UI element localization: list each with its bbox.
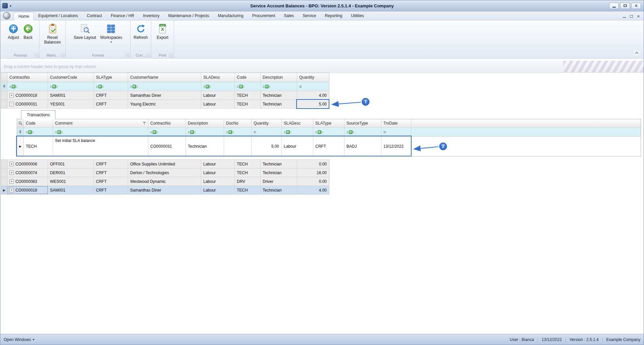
expand-button[interactable]: +: [9, 179, 14, 184]
docno-cell[interactable]: [224, 137, 252, 156]
filter-cell-description[interactable]: aBc: [186, 128, 224, 136]
tab-manufacturing[interactable]: Manufacturing: [214, 12, 248, 20]
customername-cell[interactable]: Samanthas Diner: [128, 186, 201, 194]
collapse-button[interactable]: −: [9, 102, 14, 106]
tab-utilities[interactable]: Utilities: [346, 12, 368, 20]
customercode-cell[interactable]: SAM001: [48, 186, 94, 194]
tab-finance-hr[interactable]: Finance / HR: [106, 12, 139, 20]
quantity-cell[interactable]: 4.00: [297, 186, 329, 194]
open-windows-button[interactable]: Open Windows ▾: [4, 337, 34, 342]
sladesc-cell[interactable]: Labour: [201, 91, 235, 99]
dialog-launcher-icon[interactable]: ↘: [35, 54, 38, 57]
filter-cell-sladesc[interactable]: aBc: [201, 82, 235, 91]
slatype-cell[interactable]: CRFT: [94, 91, 128, 99]
filter-funnel-icon[interactable]: [143, 122, 146, 125]
contract-row[interactable]: +CO0000074 DER001 CRFT Derton / Technolo…: [1, 168, 329, 177]
column-header-slatype[interactable]: SLAType: [94, 73, 128, 82]
text-filter-icon[interactable]: aBc: [226, 130, 234, 134]
filter-cell-comment[interactable]: aBc: [53, 128, 148, 136]
text-filter-icon[interactable]: aBc: [237, 85, 245, 88]
comment-cell[interactable]: Set initial SLA balance: [53, 137, 148, 156]
app-icon[interactable]: [2, 3, 8, 8]
filter-cell-quantity[interactable]: =: [297, 82, 329, 91]
quantity-cell-highlighted[interactable]: 5.00: [297, 100, 329, 108]
contract-row[interactable]: +CO0000018 SAM001 CRFT Samanthas Diner L…: [1, 91, 329, 100]
filter-cell-customercode[interactable]: aBc: [48, 82, 94, 91]
text-filter-icon[interactable]: aBc: [130, 85, 138, 88]
slatype-cell[interactable]: CRFT: [94, 186, 128, 194]
column-header-code[interactable]: Code: [235, 73, 261, 82]
column-header-quantity[interactable]: Quantity: [297, 73, 329, 82]
contractno-cell[interactable]: +CO0000018: [7, 91, 48, 99]
tab-maintenance-projects[interactable]: Maintenance / Projects: [164, 12, 214, 20]
export-button[interactable]: XLSX X Export: [155, 22, 170, 41]
contract-row-selected[interactable]: ▶ +CO0000018 SAM001 CRFT Samanthas Diner…: [1, 186, 329, 195]
filter-cell-sladesc[interactable]: aBc: [282, 128, 313, 136]
text-filter-icon[interactable]: aBc: [55, 130, 63, 134]
back-button[interactable]: Back: [21, 22, 35, 41]
column-header-slatype[interactable]: SLAType: [313, 119, 344, 127]
column-header-description[interactable]: Description: [261, 73, 297, 82]
description-cell[interactable]: Technician: [261, 186, 297, 194]
dialog-launcher-icon[interactable]: ↘: [61, 54, 64, 57]
customername-cell[interactable]: Derton / Technologies: [128, 168, 201, 177]
mdi-restore-button[interactable]: [630, 15, 633, 18]
filter-cell-trxdate[interactable]: =: [381, 128, 411, 136]
filter-cell-sourcetype[interactable]: aBc: [344, 128, 381, 136]
sladesc-cell[interactable]: Labour: [201, 186, 235, 194]
text-filter-icon[interactable]: aBc: [26, 130, 34, 134]
description-cell[interactable]: Driver: [261, 177, 297, 186]
description-cell[interactable]: Technician: [261, 160, 297, 168]
text-filter-icon[interactable]: aBc: [346, 130, 355, 134]
text-filter-icon[interactable]: aBc: [9, 85, 17, 88]
column-header-sladesc[interactable]: SLADesc: [282, 119, 313, 127]
sladesc-cell[interactable]: Labour: [282, 137, 313, 156]
description-cell[interactable]: Technician: [261, 168, 297, 177]
customercode-cell[interactable]: SAM001: [48, 91, 94, 99]
tab-sales[interactable]: Sales: [279, 12, 298, 20]
close-button[interactable]: ×: [631, 3, 641, 9]
equals-filter-icon[interactable]: =: [299, 84, 302, 89]
customercode-cell[interactable]: WES001: [48, 177, 94, 186]
filter-cell-quantity[interactable]: =: [252, 128, 282, 136]
filter-cell-contractno[interactable]: aBc: [7, 82, 48, 91]
expand-button[interactable]: +: [9, 93, 14, 97]
customername-cell[interactable]: Westwood Dynamic: [128, 177, 201, 186]
column-header-comment[interactable]: Comment: [53, 119, 148, 127]
tab-procurement[interactable]: Procurement: [248, 12, 280, 20]
text-filter-icon[interactable]: aBc: [50, 85, 58, 88]
description-cell[interactable]: Technician: [261, 91, 297, 99]
column-header-contractno[interactable]: ContractNo: [148, 119, 186, 127]
slatype-cell[interactable]: CRFT: [94, 168, 128, 177]
equals-filter-icon[interactable]: =: [383, 130, 386, 135]
minimize-button[interactable]: [609, 3, 619, 9]
text-filter-icon[interactable]: aBc: [315, 130, 323, 134]
expand-button[interactable]: +: [9, 188, 14, 192]
sladesc-cell[interactable]: Labour: [201, 177, 235, 186]
contractno-cell[interactable]: −CO0000031: [7, 100, 48, 108]
contract-row[interactable]: +CO0000083 WES001 CRFT Westwood Dynamic …: [1, 177, 329, 186]
quick-access-caret-icon[interactable]: ▾: [10, 4, 11, 8]
contractno-cell[interactable]: CO0000031: [148, 137, 186, 156]
dialog-launcher-icon[interactable]: ↘: [125, 54, 129, 57]
filter-cell-code[interactable]: aBc: [24, 128, 53, 136]
filter-cell-contractno[interactable]: aBc: [148, 128, 186, 136]
expand-button[interactable]: +: [9, 162, 14, 166]
bpo-logo-icon[interactable]: [3, 12, 10, 19]
quantity-cell[interactable]: 16.00: [297, 168, 329, 177]
tab-inventory[interactable]: Inventory: [139, 12, 164, 20]
slatype-cell[interactable]: CRFT: [94, 160, 128, 168]
column-header-description[interactable]: Description: [186, 119, 224, 127]
contract-row-expanded[interactable]: −CO0000031 YES001 CRFT Young Electric La…: [1, 100, 329, 109]
filter-cell-docno[interactable]: aBc: [224, 128, 252, 136]
collapse-ribbon-button[interactable]: [634, 50, 640, 56]
slatype-cell[interactable]: CRFT: [94, 177, 128, 186]
text-filter-icon[interactable]: aBc: [263, 85, 271, 88]
quantity-cell[interactable]: 4.00: [297, 91, 329, 99]
workspaces-button[interactable]: Workspaces ▾: [98, 22, 124, 44]
quantity-cell[interactable]: 0.00: [297, 160, 329, 168]
transaction-row[interactable]: ▶ TECH Set initial SLA balance CO0000031…: [17, 137, 641, 156]
contractno-cell[interactable]: +CO0000083: [7, 177, 48, 186]
mdi-close-button[interactable]: ×: [637, 14, 640, 18]
quantity-cell[interactable]: 0.00: [297, 177, 329, 186]
